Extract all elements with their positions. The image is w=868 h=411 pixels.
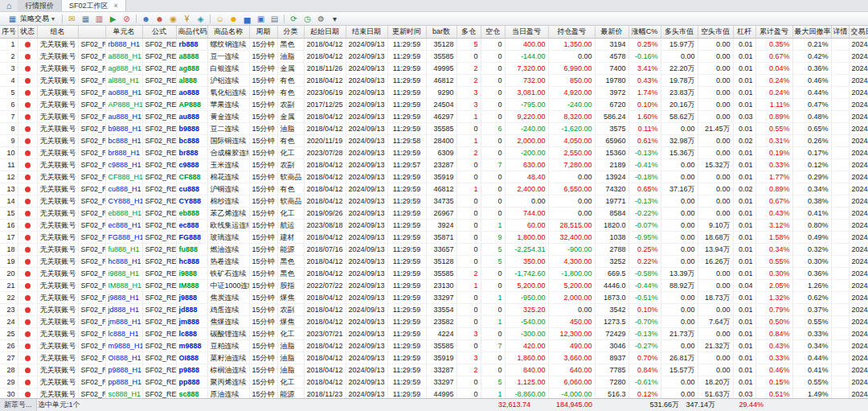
cell-pos[interactable]: 0.00 bbox=[548, 303, 595, 315]
cell-formula[interactable]: SF02_RE bbox=[142, 315, 176, 327]
cell-chg[interactable]: -0.07% bbox=[628, 219, 661, 231]
column-header-start[interactable]: 起始日期 bbox=[304, 26, 346, 38]
cell-period[interactable]: 15分钟 bbox=[249, 207, 277, 219]
cell-smv[interactable]: 0.00 bbox=[698, 327, 733, 339]
cell-smv[interactable]: 0.00 bbox=[698, 110, 733, 122]
cell-end[interactable]: 2024/09/13 bbox=[346, 219, 387, 231]
cell-update[interactable]: 11:29:59 bbox=[387, 339, 426, 351]
cell-category[interactable]: 金属 bbox=[277, 110, 304, 122]
cell-group[interactable]: 无关联账号 bbox=[37, 207, 78, 219]
cell-category[interactable]: 软商品 bbox=[277, 195, 304, 207]
cell-tday[interactable]: 2024/0 bbox=[849, 255, 868, 267]
cell-category[interactable]: 金属 bbox=[277, 62, 304, 74]
cell-unit[interactable]: ec888_H1 bbox=[105, 219, 142, 231]
cell-end[interactable]: 2024/09/13 bbox=[346, 364, 387, 376]
cell-group2[interactable]: SF02_RE bbox=[78, 74, 105, 86]
cell-day[interactable]: 0.00 bbox=[505, 195, 548, 207]
cell-seq[interactable]: 10 bbox=[0, 146, 18, 158]
cell-formula[interactable]: SF02_RE bbox=[142, 195, 176, 207]
stop-strategy-icon[interactable]: ⊘ bbox=[120, 13, 133, 25]
cell-tday[interactable]: 2024/0 bbox=[849, 303, 868, 315]
cell-group2[interactable]: SF02_RE bbox=[78, 291, 105, 303]
cell-category[interactable]: 有色 bbox=[277, 183, 304, 195]
kline-chart-icon[interactable]: ▥ bbox=[92, 13, 106, 25]
cell-lev[interactable]: 0.01 bbox=[733, 255, 755, 267]
cell-status[interactable] bbox=[18, 255, 37, 267]
cell-seq[interactable]: 9 bbox=[0, 134, 18, 146]
cell-status[interactable] bbox=[18, 50, 37, 62]
cell-lev[interactable]: 0.01 bbox=[733, 339, 755, 351]
cell-bars[interactable]: 35128 bbox=[426, 255, 457, 267]
cell-long[interactable]: 0 bbox=[457, 195, 481, 207]
cell-dd[interactable]: 0.46% bbox=[792, 74, 831, 86]
cell-last[interactable]: 15360 bbox=[595, 146, 628, 158]
cell-group2[interactable]: SF02_RE bbox=[78, 219, 105, 231]
cell-end[interactable]: 2024/09/13 bbox=[346, 231, 387, 243]
table-row[interactable]: 1无关联账号SF02_RErb888_H1SF02_RErb888螺纹钢连续15… bbox=[0, 38, 868, 50]
cell-detail[interactable] bbox=[831, 351, 849, 364]
cell-long[interactable]: 0 bbox=[457, 158, 481, 171]
cell-chg[interactable]: 0.70% bbox=[628, 351, 661, 364]
cell-last[interactable]: 13924 bbox=[595, 171, 628, 183]
cell-name[interactable]: 合成橡胶连续 bbox=[207, 146, 249, 158]
cell-group2[interactable]: SF02_RE bbox=[78, 351, 105, 364]
cell-smv[interactable]: 7.64万 bbox=[698, 315, 733, 327]
cell-seq[interactable]: 19 bbox=[0, 255, 18, 267]
cell-bars[interactable]: 35919 bbox=[426, 171, 457, 183]
cell-formula[interactable]: SF02_RE bbox=[142, 74, 176, 86]
cell-bars[interactable]: 28400 bbox=[426, 134, 457, 146]
cell-tday[interactable]: 2024/0 bbox=[849, 388, 868, 398]
cell-name[interactable]: 焦煤连续 bbox=[207, 315, 249, 327]
cell-day[interactable]: -200.00 bbox=[505, 146, 548, 158]
cell-formula[interactable]: SF02_RE bbox=[142, 339, 176, 351]
cell-code[interactable]: br888 bbox=[176, 146, 207, 158]
cell-formula[interactable]: SF02_RE bbox=[142, 86, 176, 98]
cell-formula[interactable]: SF02_RE bbox=[142, 219, 176, 231]
cell-last[interactable]: 19780 bbox=[595, 74, 628, 86]
cell-code[interactable]: bc888 bbox=[176, 134, 207, 146]
cell-last[interactable]: 1038 bbox=[595, 231, 628, 243]
cell-category[interactable]: 油脂 bbox=[277, 50, 304, 62]
cell-group2[interactable]: SF02_RE bbox=[78, 339, 105, 351]
cell-lmv[interactable]: 58.62万 bbox=[661, 110, 698, 122]
cell-status[interactable] bbox=[18, 339, 37, 351]
cell-short[interactable]: 7 bbox=[481, 158, 505, 171]
cell-short[interactable]: 0 bbox=[481, 134, 505, 146]
cell-lev[interactable]: 0.01 bbox=[733, 98, 755, 110]
cell-group[interactable]: 无关联账号 bbox=[37, 219, 78, 231]
cell-end[interactable]: 2024/09/13 bbox=[346, 303, 387, 315]
column-header-long[interactable]: 多仓 bbox=[457, 26, 481, 38]
cell-group[interactable]: 无关联账号 bbox=[37, 195, 78, 207]
cell-formula[interactable]: SF02_RE bbox=[142, 255, 176, 267]
cell-status[interactable] bbox=[18, 207, 37, 219]
cell-chg[interactable]: -0.22% bbox=[628, 207, 661, 219]
cell-bars[interactable]: 33297 bbox=[426, 291, 457, 303]
cell-update[interactable]: 11:29:59 bbox=[387, 219, 426, 231]
cell-seq[interactable]: 4 bbox=[0, 74, 18, 86]
cell-group[interactable]: 无关联账号 bbox=[37, 122, 78, 134]
cell-day[interactable]: 400.00 bbox=[505, 38, 548, 50]
cell-smv[interactable]: 15.32万 bbox=[698, 158, 733, 171]
cell-cum[interactable]: 0.46% bbox=[755, 364, 792, 376]
column-header-formula[interactable]: 公式 bbox=[142, 26, 176, 38]
cell-status[interactable] bbox=[18, 110, 37, 122]
cell-unit[interactable]: fu888_H1 bbox=[105, 243, 142, 255]
cell-update[interactable]: 11:29:59 bbox=[387, 122, 426, 134]
cell-formula[interactable]: SF02_RE bbox=[142, 50, 176, 62]
cell-group2[interactable]: SF02_RE bbox=[78, 134, 105, 146]
cell-lmv[interactable]: 15.97万 bbox=[661, 38, 698, 50]
column-header-chg[interactable]: 涨幅C% bbox=[628, 26, 661, 38]
cell-lev[interactable]: 0.02 bbox=[733, 134, 755, 146]
cell-seq[interactable]: 24 bbox=[0, 315, 18, 327]
cell-bars[interactable]: 35871 bbox=[426, 231, 457, 243]
cell-group[interactable]: 无关联账号 bbox=[37, 86, 78, 98]
cell-group[interactable]: 无关联账号 bbox=[37, 327, 78, 339]
cell-name[interactable]: 豆粕连续 bbox=[207, 339, 249, 351]
cell-lmv[interactable]: 22.20万 bbox=[661, 62, 698, 74]
cell-tday[interactable]: 2024/0 bbox=[849, 38, 868, 50]
cell-day[interactable]: -8,860.00 bbox=[505, 388, 548, 398]
cell-bars[interactable]: 46812 bbox=[426, 183, 457, 195]
cell-pos[interactable]: 0.00 bbox=[548, 207, 595, 219]
cell-update[interactable]: 11:29:59 bbox=[387, 195, 426, 207]
cell-status[interactable] bbox=[18, 231, 37, 243]
